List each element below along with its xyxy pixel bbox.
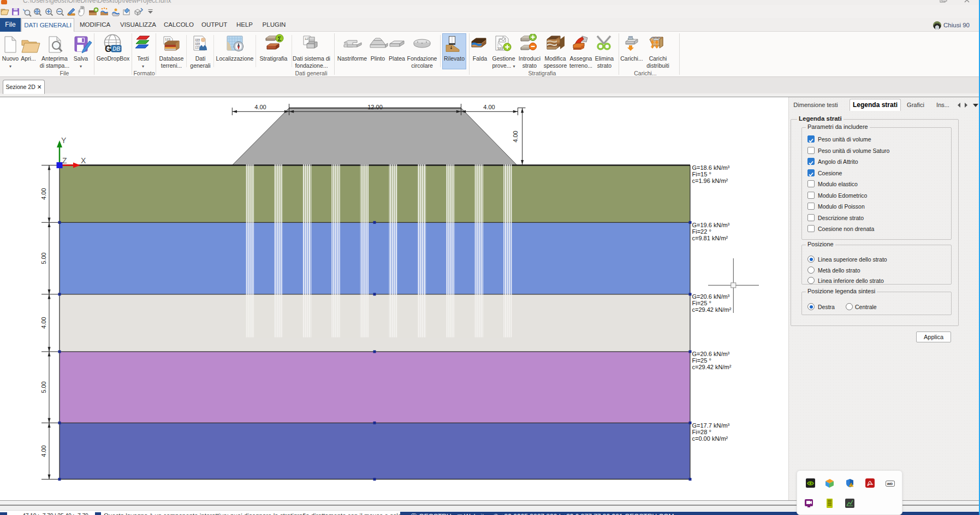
- svg-text:4.00: 4.00: [40, 317, 47, 328]
- svg-text:c=0.00 kN/m²: c=0.00 kN/m²: [692, 435, 728, 442]
- svg-text:Fi=25 °: Fi=25 °: [692, 300, 711, 306]
- svg-text:X: X: [81, 156, 86, 165]
- svg-text:Z: Z: [62, 156, 67, 165]
- svg-text:Fi=25 °: Fi=25 °: [692, 357, 711, 364]
- svg-text:4.00: 4.00: [254, 104, 266, 110]
- svg-text:G=20.6 kN/m³: G=20.6 kN/m³: [692, 293, 730, 300]
- svg-text:Fi=22 °: Fi=22 °: [692, 228, 711, 235]
- svg-text:5.00: 5.00: [40, 381, 47, 393]
- svg-text:c=29.42 kN/m²: c=29.42 kN/m²: [692, 364, 732, 370]
- svg-text:12.00: 12.00: [367, 104, 383, 110]
- svg-text:5.00: 5.00: [40, 252, 47, 264]
- svg-text:4.00: 4.00: [512, 131, 519, 142]
- svg-text:Y: Y: [61, 136, 67, 145]
- svg-text:WD: WD: [887, 482, 893, 486]
- svg-text:c=29.42 kN/m²: c=29.42 kN/m²: [692, 306, 732, 313]
- svg-text:G=17.7 kN/m³: G=17.7 kN/m³: [692, 422, 730, 429]
- svg-text:4.00: 4.00: [483, 104, 495, 110]
- svg-text:4.00: 4.00: [40, 188, 47, 199]
- svg-text:Fi=28 °: Fi=28 °: [692, 429, 711, 435]
- svg-text:c=1.96 kN/m²: c=1.96 kN/m²: [692, 177, 728, 184]
- svg-text:G=20.6 kN/m³: G=20.6 kN/m³: [692, 351, 730, 357]
- svg-text:c=9.81 kN/m²: c=9.81 kN/m²: [692, 235, 728, 241]
- svg-text:Fi=15 °: Fi=15 °: [692, 171, 711, 177]
- svg-text:G=19.6 kN/m³: G=19.6 kN/m³: [692, 222, 730, 228]
- svg-text:4.00: 4.00: [40, 445, 47, 457]
- svg-text:G=18.6 kN/m³: G=18.6 kN/m³: [692, 164, 730, 171]
